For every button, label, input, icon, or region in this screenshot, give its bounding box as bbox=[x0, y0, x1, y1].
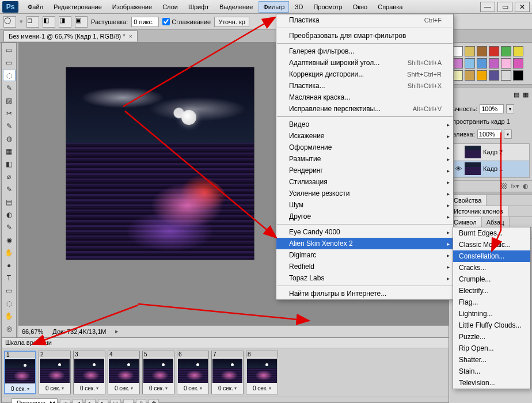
refine-edge-button[interactable]: Уточн. кр bbox=[214, 17, 249, 27]
timeline-frame[interactable]: 70 сек. bbox=[211, 351, 244, 394]
filter-item[interactable]: Коррекция дисторсии...Shift+Ctrl+R bbox=[276, 69, 453, 80]
timeline-frame[interactable]: 10 сек. bbox=[4, 351, 36, 394]
opacity-input[interactable] bbox=[480, 104, 504, 113]
first-frame-button[interactable]: ⏮ bbox=[60, 399, 70, 404]
loop-select[interactable]: Постоянно bbox=[12, 398, 58, 403]
swatch[interactable] bbox=[489, 46, 499, 56]
filter-item[interactable]: Digimarc bbox=[276, 249, 453, 261]
timeline-frame[interactable]: 80 сек. bbox=[246, 351, 278, 394]
filter-item[interactable]: Преобразовать для смарт-фильтров bbox=[276, 30, 453, 41]
tool-6[interactable]: ✎ bbox=[3, 120, 16, 132]
swatch[interactable] bbox=[477, 70, 487, 81]
visibility-icon[interactable]: 👁 bbox=[454, 165, 462, 172]
tool-9[interactable]: ◧ bbox=[3, 158, 16, 170]
swatch[interactable] bbox=[465, 46, 475, 56]
tool-4[interactable]: ▨ bbox=[3, 95, 16, 107]
tool-12[interactable]: ▤ bbox=[3, 196, 16, 208]
tween-button[interactable]: ⋯ bbox=[123, 399, 134, 404]
selection-new-icon[interactable]: ◻ bbox=[26, 16, 39, 28]
tool-7[interactable]: ◍ bbox=[3, 133, 16, 145]
tool-11[interactable]: ✎ bbox=[3, 184, 16, 195]
fill-input[interactable] bbox=[477, 130, 501, 139]
submenu-item[interactable]: Crumple... bbox=[453, 273, 530, 285]
tool-3[interactable]: ✎ bbox=[3, 82, 16, 94]
filter-item[interactable]: Найти фильтры в Интернете... bbox=[276, 288, 453, 299]
play-button[interactable]: ▶ bbox=[85, 399, 96, 404]
swatch[interactable] bbox=[465, 58, 475, 69]
submenu-item[interactable]: Puzzle... bbox=[453, 331, 530, 343]
tool-20[interactable]: ◌ bbox=[3, 298, 16, 309]
filter-item[interactable]: Видео bbox=[276, 119, 453, 130]
menu-изображение[interactable]: Изображение bbox=[108, 1, 157, 13]
tool-17[interactable]: ● bbox=[3, 260, 16, 271]
filter-item[interactable]: Alien Skin Xenofex 2 bbox=[276, 238, 453, 249]
duplicate-frame-button[interactable]: ⎘ bbox=[136, 399, 146, 404]
submenu-item[interactable]: Electrify... bbox=[453, 285, 530, 296]
swatch[interactable] bbox=[513, 46, 523, 56]
swatch[interactable] bbox=[501, 58, 511, 69]
submenu-item[interactable]: Cracks... bbox=[453, 262, 530, 273]
filter-item[interactable]: Масляная краска... bbox=[276, 92, 453, 103]
menu-окно[interactable]: Окно bbox=[348, 1, 373, 13]
submenu-item[interactable]: Stain... bbox=[453, 366, 530, 377]
tab-character[interactable]: Символ bbox=[449, 217, 482, 227]
close-button[interactable]: ✕ bbox=[515, 2, 530, 12]
delete-frame-button[interactable]: 🗑 bbox=[149, 399, 159, 404]
swatch[interactable] bbox=[489, 70, 499, 81]
filter-item[interactable]: Оформление bbox=[276, 142, 453, 153]
timeline-frame[interactable]: 20 сек. bbox=[39, 351, 71, 394]
tool-2[interactable]: ◌ bbox=[3, 70, 16, 81]
menu-шрифт[interactable]: Шрифт bbox=[184, 1, 214, 13]
close-icon[interactable]: × bbox=[129, 33, 132, 40]
swatch[interactable] bbox=[513, 58, 523, 69]
layer-row[interactable]: 👁Кадр 1 bbox=[452, 161, 529, 177]
feather-input[interactable] bbox=[131, 17, 159, 27]
last-frame-button[interactable]: ⏭ bbox=[111, 399, 121, 404]
tool-5[interactable]: ✂ bbox=[3, 108, 16, 119]
swatch[interactable] bbox=[453, 46, 463, 56]
selection-add-icon[interactable]: ◧ bbox=[43, 16, 55, 28]
swatch[interactable] bbox=[477, 46, 487, 56]
menu-слои[interactable]: Слои bbox=[158, 1, 183, 13]
xenofex-submenu[interactable]: Burnt Edges...Classic Mosaic...Constella… bbox=[453, 227, 531, 389]
filter-item[interactable]: Стилизация bbox=[276, 176, 453, 188]
swatch[interactable] bbox=[489, 58, 499, 69]
tab-properties[interactable]: Свойства bbox=[449, 195, 487, 206]
filter-icon[interactable]: ▤ bbox=[514, 91, 519, 98]
zoom-display[interactable]: 66,67% bbox=[22, 328, 43, 335]
tool-18[interactable]: T bbox=[3, 272, 16, 284]
tool-15[interactable]: ◉ bbox=[3, 234, 16, 246]
maximize-button[interactable]: ▭ bbox=[497, 2, 512, 12]
menu-справка[interactable]: Справка bbox=[373, 1, 407, 13]
filter-item[interactable]: Искажение bbox=[276, 130, 453, 142]
selection-intersect-icon[interactable]: ▣ bbox=[75, 16, 88, 28]
submenu-item[interactable]: Shatter... bbox=[453, 354, 530, 366]
swatch[interactable] bbox=[501, 46, 511, 56]
swatch[interactable] bbox=[477, 58, 487, 69]
prev-frame-button[interactable]: ◀ bbox=[73, 399, 83, 404]
opacity-dropdown[interactable]: ▾ bbox=[506, 104, 514, 113]
filter-item[interactable]: ПластикаCtrl+F bbox=[276, 14, 453, 26]
layer-menu-icon[interactable]: ▦ bbox=[523, 91, 529, 98]
minimize-button[interactable]: — bbox=[480, 2, 495, 12]
swatch[interactable] bbox=[465, 70, 475, 81]
filter-menu[interactable]: ПластикаCtrl+FПреобразовать для смарт-фи… bbox=[276, 14, 454, 300]
submenu-item[interactable]: Classic Mosaic... bbox=[453, 239, 530, 250]
selection-sub-icon[interactable]: ◨ bbox=[59, 16, 71, 28]
submenu-item[interactable]: Constellation... bbox=[453, 250, 530, 262]
filter-item[interactable]: Eye Candy 4000 bbox=[276, 226, 453, 238]
tool-22[interactable]: ◎ bbox=[3, 323, 16, 334]
next-frame-button[interactable]: ▶ bbox=[98, 399, 108, 404]
menu-фильтр[interactable]: Фильтр bbox=[259, 1, 289, 13]
tool-16[interactable]: ✋ bbox=[3, 247, 16, 258]
link-icon[interactable]: ⛓ bbox=[501, 183, 507, 190]
canvas[interactable] bbox=[66, 67, 254, 260]
submenu-item[interactable]: Flag... bbox=[453, 296, 530, 308]
submenu-item[interactable]: Lightning... bbox=[453, 308, 530, 320]
filter-item[interactable]: Redfield bbox=[276, 261, 453, 272]
document-tab[interactable]: Без имени-1 @ 66,7% (Кадр 1, RGB/8) * × bbox=[3, 31, 138, 41]
submenu-item[interactable]: Rip Open... bbox=[453, 343, 530, 354]
tool-21[interactable]: ✋ bbox=[3, 310, 16, 322]
filter-item[interactable]: Усиление резкости bbox=[276, 188, 453, 199]
timeline-frame[interactable]: 50 сек. bbox=[142, 351, 174, 394]
